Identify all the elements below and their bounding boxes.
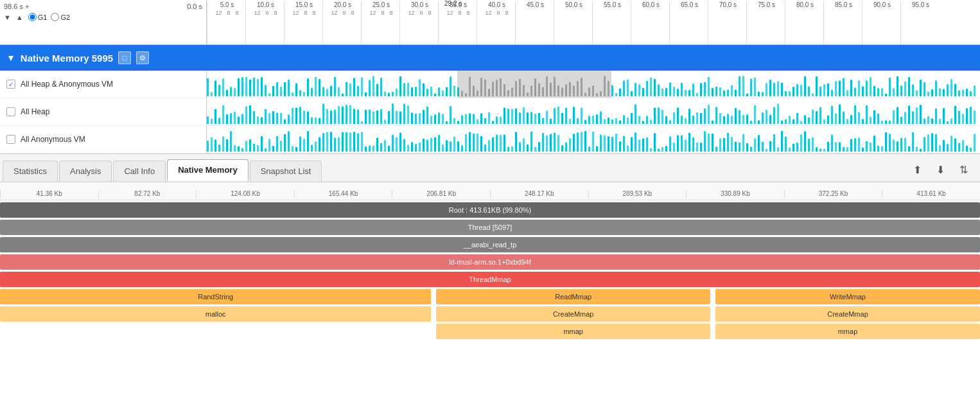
svg-rect-172 (870, 77, 871, 96)
svg-rect-455 (415, 144, 417, 152)
svg-rect-315 (646, 116, 648, 124)
tab-call-info[interactable]: Call Info (113, 161, 166, 181)
svg-rect-550 (781, 131, 783, 152)
fg-row[interactable]: mmapmmap (0, 323, 980, 340)
fg-bar[interactable]: ThreadMmap (0, 272, 980, 287)
svg-rect-286 (534, 114, 536, 124)
svg-rect-9 (241, 77, 243, 96)
svg-rect-296 (573, 107, 575, 124)
svg-rect-481 (515, 132, 517, 152)
tab-analysis[interactable]: Analysis (59, 161, 112, 181)
svg-rect-109 (627, 80, 629, 96)
svg-rect-165 (843, 78, 844, 96)
tab-native-memory[interactable]: Native Memory (167, 159, 248, 181)
track-checkbox[interactable] (6, 80, 15, 89)
fg-row[interactable]: RandStringReadMmapWriteMmap (0, 288, 980, 305)
svg-rect-26 (307, 78, 309, 96)
svg-rect-471 (477, 134, 478, 152)
subtick: 12 (254, 10, 260, 16)
fg-bar[interactable]: Root : 413.61KB (99.80%) (0, 202, 980, 218)
svg-rect-3 (218, 85, 220, 96)
fg-bar[interactable]: __aeabi_read_tp (0, 237, 980, 252)
subtick: 12 (485, 10, 491, 16)
svg-rect-568 (850, 139, 852, 152)
track-checkbox[interactable] (6, 135, 15, 144)
tab-snapshot-list[interactable]: Snapshot List (250, 161, 322, 181)
svg-rect-303 (600, 111, 602, 124)
fg-row[interactable]: Thread [5097] (0, 219, 980, 236)
fg-row[interactable]: mallocCreateMmapCreateMmap (0, 306, 980, 322)
svg-rect-252 (403, 104, 405, 124)
tick-group: 35.0 s1288 (438, 1, 477, 44)
svg-rect-441 (361, 132, 363, 152)
fg-row[interactable]: Root : 413.61KB (99.80%) (0, 202, 980, 218)
section-square-icon[interactable]: □ (118, 51, 131, 64)
import-icon[interactable]: ⬇ (931, 161, 949, 179)
svg-rect-454 (411, 142, 413, 152)
fg-row[interactable]: __aeabi_read_tp (0, 236, 980, 253)
svg-rect-64 (453, 86, 455, 96)
fg-ruler-tick: 330.89 Kb (686, 190, 784, 198)
svg-rect-48 (392, 92, 394, 96)
fg-row[interactable]: ld-musl-arm.so.1+0xbd94f (0, 254, 980, 270)
svg-rect-59 (434, 94, 436, 96)
svg-rect-500 (588, 146, 590, 152)
track-checkbox[interactable] (6, 107, 15, 116)
fg-bar[interactable]: malloc (0, 306, 431, 322)
main-wrapper: 98.6 s + 0.0 s ▼ ▲ G1 G2 (0, 0, 980, 404)
fg-row[interactable]: ThreadMmap (0, 271, 980, 288)
svg-rect-402 (211, 137, 213, 152)
svg-rect-213 (253, 111, 255, 124)
svg-rect-538 (735, 142, 737, 152)
fg-bar[interactable]: mmap (436, 324, 710, 339)
svg-rect-576 (881, 146, 883, 152)
fg-bar[interactable]: CreateMmap (715, 306, 980, 322)
marker-label: 29.2 s (444, 0, 462, 7)
fg-bar[interactable]: WriteMmap (715, 289, 980, 304)
svg-rect-586 (920, 149, 922, 152)
svg-rect-394 (950, 119, 952, 124)
svg-rect-379 (893, 110, 895, 124)
svg-rect-370 (858, 112, 860, 124)
section-chevron-icon[interactable]: ▼ (6, 53, 15, 63)
fg-bar[interactable]: CreateMmap (436, 306, 710, 322)
svg-rect-516 (650, 148, 652, 152)
svg-rect-446 (380, 143, 382, 152)
time-min: 98.6 s + (4, 3, 29, 10)
fg-bar[interactable]: mmap (715, 324, 980, 339)
time-max: 0.0 s (187, 3, 202, 10)
svg-rect-288 (542, 118, 544, 124)
chevron-up-icon[interactable]: ▲ (16, 13, 23, 21)
fg-bar[interactable]: RandString (0, 289, 431, 304)
export-icon[interactable]: ⬆ (908, 161, 926, 179)
fg-bar[interactable]: Thread [5097] (0, 220, 980, 235)
svg-rect-304 (604, 119, 606, 124)
svg-rect-326 (688, 109, 690, 124)
fg-bar[interactable]: ReadMmap (436, 289, 710, 304)
svg-rect-108 (623, 80, 625, 96)
radio-g2[interactable]: G2 (51, 13, 70, 21)
filter-icon[interactable]: ⇅ (954, 161, 972, 179)
tab-statistics[interactable]: Statistics (3, 161, 58, 181)
tick-group: 65.0 s (669, 1, 708, 44)
svg-rect-307 (615, 118, 617, 124)
fg-bar[interactable]: ld-musl-arm.so.1+0xbd94f (0, 254, 980, 270)
chevron-down-icon[interactable]: ▼ (4, 13, 11, 21)
svg-rect-7 (234, 88, 236, 96)
svg-rect-63 (450, 76, 451, 96)
svg-rect-255 (415, 114, 417, 124)
svg-rect-134 (723, 91, 725, 96)
svg-rect-517 (654, 133, 656, 152)
svg-rect-282 (519, 112, 521, 124)
svg-rect-105 (611, 85, 613, 96)
svg-rect-243 (369, 110, 371, 124)
svg-rect-317 (654, 108, 656, 124)
section-gear-icon[interactable]: ⚙ (136, 51, 149, 64)
track-row (207, 71, 980, 98)
content-area[interactable]: 41.36 Kb82.72 Kb124.08 Kb165.44 Kb206.81… (0, 182, 980, 404)
tracks-right-panel (207, 71, 980, 154)
radio-g1[interactable]: G1 (28, 13, 48, 21)
svg-rect-386 (920, 105, 922, 124)
svg-rect-262 (442, 114, 444, 124)
svg-rect-20 (284, 82, 286, 96)
